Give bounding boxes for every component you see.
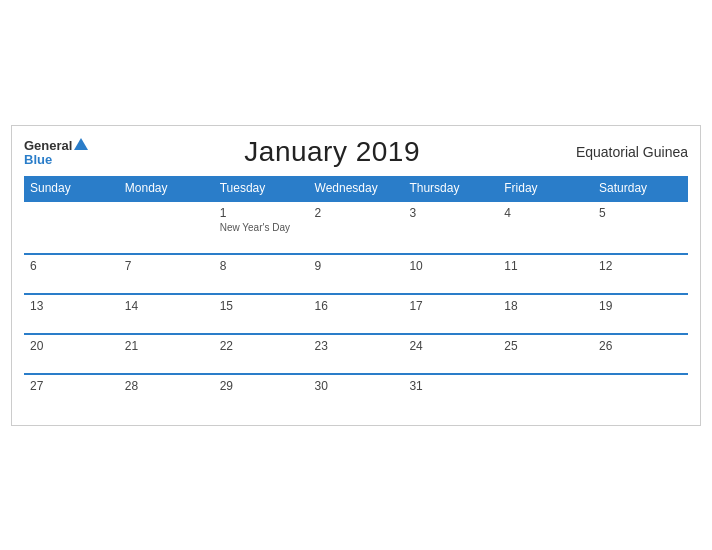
logo: General Blue [24,136,88,168]
logo-blue: Blue [24,153,88,167]
day-header-tuesday: Tuesday [214,176,309,201]
calendar-thead: SundayMondayTuesdayWednesdayThursdayFrid… [24,176,688,201]
day-cell: 8 [214,254,309,294]
day-cell: 12 [593,254,688,294]
day-cell [119,201,214,254]
day-number: 26 [599,339,682,353]
day-number: 29 [220,379,303,393]
month-title: January 2019 [244,136,420,168]
day-number: 27 [30,379,113,393]
day-number: 28 [125,379,208,393]
day-cell: 13 [24,294,119,334]
day-number: 15 [220,299,303,313]
calendar-table: SundayMondayTuesdayWednesdayThursdayFrid… [24,176,688,413]
day-number: 19 [599,299,682,313]
day-number: 23 [315,339,398,353]
day-cell: 4 [498,201,593,254]
day-number: 21 [125,339,208,353]
day-number: 30 [315,379,398,393]
country-name: Equatorial Guinea [576,144,688,160]
day-cell: 1New Year's Day [214,201,309,254]
day-header-thursday: Thursday [403,176,498,201]
day-cell: 16 [309,294,404,334]
day-number: 20 [30,339,113,353]
day-cell: 29 [214,374,309,413]
day-cell: 24 [403,334,498,374]
day-number: 12 [599,259,682,273]
day-cell: 7 [119,254,214,294]
day-number: 31 [409,379,492,393]
day-cell: 22 [214,334,309,374]
day-number: 14 [125,299,208,313]
day-header-sunday: Sunday [24,176,119,201]
calendar-body: 1New Year's Day2345678910111213141516171… [24,201,688,413]
day-cell: 5 [593,201,688,254]
day-number: 1 [220,206,303,220]
week-row-3: 13141516171819 [24,294,688,334]
day-number: 10 [409,259,492,273]
day-cell: 15 [214,294,309,334]
week-row-5: 2728293031 [24,374,688,413]
day-number: 4 [504,206,587,220]
day-number: 2 [315,206,398,220]
day-cell: 25 [498,334,593,374]
day-cell: 19 [593,294,688,334]
day-header-wednesday: Wednesday [309,176,404,201]
day-cell: 17 [403,294,498,334]
logo-triangle-icon [74,138,88,150]
week-row-2: 6789101112 [24,254,688,294]
week-row-1: 1New Year's Day2345 [24,201,688,254]
day-cell [498,374,593,413]
day-header-friday: Friday [498,176,593,201]
day-number: 25 [504,339,587,353]
day-cell [593,374,688,413]
days-header-row: SundayMondayTuesdayWednesdayThursdayFrid… [24,176,688,201]
day-cell: 18 [498,294,593,334]
day-header-monday: Monday [119,176,214,201]
day-cell: 21 [119,334,214,374]
day-number: 18 [504,299,587,313]
day-number: 7 [125,259,208,273]
day-header-saturday: Saturday [593,176,688,201]
day-number: 16 [315,299,398,313]
day-cell: 28 [119,374,214,413]
calendar-header: General Blue January 2019 Equatorial Gui… [24,136,688,168]
event-label: New Year's Day [220,222,303,233]
logo-general: General [24,136,88,154]
calendar-container: General Blue January 2019 Equatorial Gui… [11,125,701,426]
day-cell: 9 [309,254,404,294]
day-number: 3 [409,206,492,220]
day-cell: 26 [593,334,688,374]
day-cell: 20 [24,334,119,374]
day-cell: 11 [498,254,593,294]
day-cell: 31 [403,374,498,413]
day-number: 5 [599,206,682,220]
day-cell: 3 [403,201,498,254]
day-number: 24 [409,339,492,353]
day-cell [24,201,119,254]
day-number: 8 [220,259,303,273]
day-cell: 2 [309,201,404,254]
day-cell: 23 [309,334,404,374]
day-number: 9 [315,259,398,273]
day-cell: 30 [309,374,404,413]
day-number: 6 [30,259,113,273]
day-number: 17 [409,299,492,313]
day-cell: 14 [119,294,214,334]
day-number: 13 [30,299,113,313]
day-cell: 10 [403,254,498,294]
day-cell: 6 [24,254,119,294]
day-number: 22 [220,339,303,353]
week-row-4: 20212223242526 [24,334,688,374]
day-cell: 27 [24,374,119,413]
day-number: 11 [504,259,587,273]
